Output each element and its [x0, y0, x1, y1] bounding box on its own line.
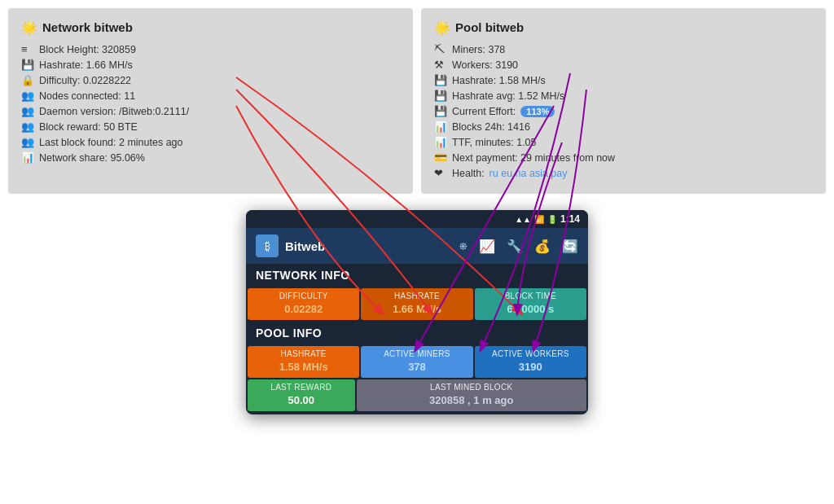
- pool-row-5: 📊 Blocks 24h: 1416: [434, 121, 813, 133]
- network-icon[interactable]: ⎈: [459, 239, 467, 254]
- pool-hashrate-value: 1.58 MH/s: [279, 361, 328, 373]
- active-workers-label: Active Workers: [492, 349, 569, 358]
- app-header: ₿ Bitweb ⎈ 📈 🔧 💰 🔄: [246, 228, 588, 264]
- active-miners-label: Active Miners: [384, 349, 450, 358]
- pool-row-0: ⛏ Miners: 378: [434, 43, 813, 55]
- active-workers-cell: Active Workers 3190: [475, 346, 586, 378]
- network-row-7: 📊 Network share: 95.06%: [21, 151, 400, 164]
- wifi-icon: 📶: [534, 215, 544, 224]
- network-row-0: ≡ Block Height: 320859: [21, 43, 400, 55]
- health-links[interactable]: ru eu na asia pay: [489, 168, 568, 179]
- pool-row-7: 💳 Next payment: 29 minutes from now: [434, 151, 813, 164]
- top-panels: 🌟 Network bitweb ≡ Block Height: 320859 …: [0, 0, 834, 194]
- pool-row-6: 📊 TTF, minutes: 1.05: [434, 136, 813, 148]
- chart-icon[interactable]: 📈: [479, 239, 495, 254]
- blocktime-label: Block Time: [505, 291, 556, 300]
- network-row-2: 🔒 Difficulty: 0.0228222: [21, 74, 400, 86]
- network-title-text: Network bitweb: [42, 20, 133, 34]
- pool-hashrate-cell: HASHRATE 1.58 MH/s: [248, 346, 359, 378]
- pool-icon-7: 💳: [434, 151, 447, 164]
- pool-hashrate-label: HASHRATE: [281, 349, 327, 358]
- pool-icon-5: 📊: [434, 121, 447, 133]
- network-panel: 🌟 Network bitweb ≡ Block Height: 320859 …: [8, 8, 413, 194]
- last-mined-cell: Last Mined Block 320858 , 1 m ago: [357, 379, 586, 411]
- network-section-header: NETWORK INFO: [246, 264, 588, 287]
- app-name: Bitweb: [285, 239, 453, 253]
- last-reward-label: Last Reward: [270, 383, 331, 392]
- difficulty-value: 0.02282: [284, 303, 323, 315]
- header-nav-icons[interactable]: ⎈ 📈 🔧 💰 🔄: [459, 239, 578, 254]
- last-mined-label: Last Mined Block: [430, 383, 512, 392]
- blocktime-cell: Block Time 60.0000 s: [475, 288, 586, 320]
- pool-icon-3: 💾: [434, 90, 447, 102]
- blocktime-value: 60.0000 s: [507, 303, 554, 315]
- pool-panel: 🌟 Pool bitweb ⛏ Miners: 378 ⚒ Workers: 3…: [421, 8, 826, 194]
- signal-icon: ▲▲: [515, 215, 531, 224]
- pool-row-8: ❤ Health: ru eu na asia pay: [434, 167, 813, 179]
- row-icon-1: 💾: [21, 59, 34, 71]
- pool-icon-6: 📊: [434, 136, 447, 148]
- row-icon-5: 👥: [21, 121, 34, 133]
- active-miners-value: 378: [408, 361, 426, 373]
- hashrate-value: 1.66 MH/s: [393, 303, 441, 315]
- row-icon-0: ≡: [21, 43, 34, 55]
- pool-title-text: Pool bitweb: [455, 20, 524, 34]
- status-time: 1:14: [560, 213, 580, 225]
- pool-icon-2: 💾: [434, 74, 447, 86]
- row-icon-4: 👥: [21, 105, 34, 117]
- pool-row-1: ⚒ Workers: 3190: [434, 59, 813, 71]
- pool-info-grid: HASHRATE 1.58 MH/s Active Miners 378 Act…: [246, 346, 588, 378]
- pool-panel-title: 🌟 Pool bitweb: [434, 20, 813, 35]
- network-row-1: 💾 Hashrate: 1.66 MH/s: [21, 59, 400, 71]
- phone-mockup: ▲▲ 📶 🔋 1:14 ₿ Bitweb ⎈ 📈 🔧 💰 🔄 NETWORK I…: [246, 210, 588, 414]
- pool-section-header: POOL INFO: [246, 322, 588, 344]
- active-miners-cell: Active Miners 378: [361, 346, 472, 378]
- pool-icon-0: ⛏: [434, 43, 447, 55]
- pool-icon-1: ⚒: [434, 59, 447, 71]
- difficulty-cell: Difficulty 0.02282: [248, 288, 359, 320]
- last-mined-value: 320858 , 1 m ago: [429, 394, 513, 406]
- network-row-3: 👥 Nodes connected: 11: [21, 90, 400, 102]
- network-row-6: 👥 Last block found: 2 minutes ago: [21, 136, 400, 148]
- effort-badge: 113%: [520, 106, 555, 117]
- last-block-row: Last Reward 50.00 Last Mined Block 32085…: [246, 379, 588, 411]
- network-panel-title: 🌟 Network bitweb: [21, 20, 400, 35]
- row-icon-7: 📊: [21, 151, 34, 164]
- difficulty-label: Difficulty: [279, 291, 328, 300]
- pool-row-3: 💾 Hashrate avg: 1.52 MH/s: [434, 90, 813, 102]
- wrench-icon[interactable]: 🔧: [507, 239, 523, 254]
- pool-row-2: 💾 Hashrate: 1.58 MH/s: [434, 74, 813, 86]
- network-info-grid: Difficulty 0.02282 HASHRATE 1.66 MH/s Bl…: [246, 288, 588, 320]
- status-bar: ▲▲ 📶 🔋 1:14: [246, 210, 588, 228]
- hashrate-cell: HASHRATE 1.66 MH/s: [361, 288, 472, 320]
- sun-icon: 🌟: [21, 20, 37, 35]
- active-workers-value: 3190: [519, 361, 542, 373]
- row-icon-6: 👥: [21, 136, 34, 148]
- row-icon-2: 🔒: [21, 74, 34, 86]
- network-row-4: 👥 Daemon version: /Bitweb:0.2111/: [21, 105, 400, 117]
- wallet-icon[interactable]: 💰: [534, 239, 551, 254]
- hashrate-label: HASHRATE: [394, 291, 440, 300]
- app-icon: ₿: [256, 234, 279, 257]
- pool-row-4: 💾 Current Effort: 113%: [434, 105, 813, 117]
- network-row-5: 👥 Block reward: 50 BTE: [21, 121, 400, 133]
- last-reward-value: 50.00: [288, 394, 314, 406]
- pool-icon-4: 💾: [434, 105, 447, 117]
- battery-icon: 🔋: [547, 215, 557, 224]
- pool-icon-8: ❤: [434, 167, 447, 179]
- last-reward-cell: Last Reward 50.00: [248, 379, 355, 411]
- row-icon-3: 👥: [21, 90, 34, 102]
- refresh-icon[interactable]: 🔄: [562, 239, 578, 254]
- pool-sun-icon: 🌟: [434, 20, 450, 35]
